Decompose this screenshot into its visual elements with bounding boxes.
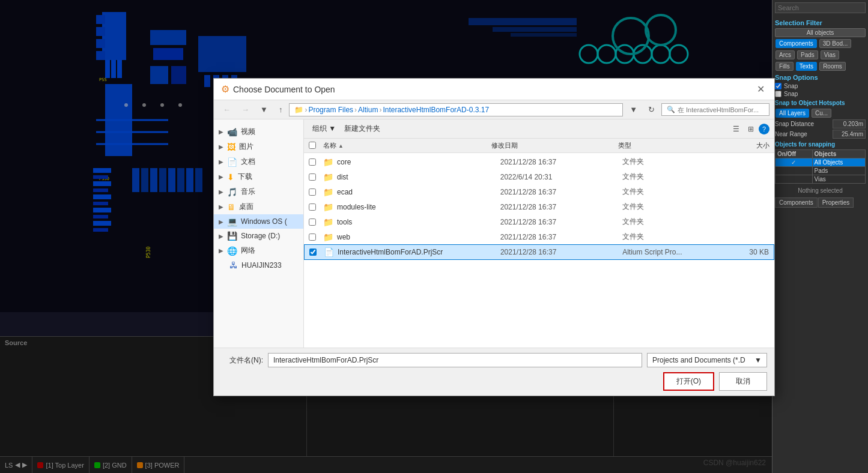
vias-btn[interactable]: Vias — [821, 50, 839, 59]
folder-item-web[interactable]: 📁 web 2021/12/28 16:37 文件夹 — [304, 229, 774, 244]
nav-storage[interactable]: ▶ 💾 Storage (D:) — [214, 229, 303, 243]
pads-snap-label: Pads — [812, 167, 865, 175]
filename-input[interactable] — [268, 353, 642, 367]
pads-snap-row[interactable]: Pads — [775, 167, 866, 175]
expand-downloads: ▶ — [219, 173, 223, 180]
huaijin-icon: 🖧 — [229, 261, 238, 270]
web-type: 文件夹 — [622, 232, 704, 242]
texts-btn[interactable]: Texts — [796, 62, 817, 71]
web-date: 2021/12/28 16:37 — [500, 233, 623, 241]
cu-btn[interactable]: Cu... — [812, 109, 831, 118]
snap-label-1: Snap — [784, 83, 798, 89]
col-header-type[interactable]: 类型 — [618, 141, 702, 150]
nav-docs[interactable]: ▶ 📄 文档 — [214, 154, 303, 169]
nav-music[interactable]: ▶ 🎵 音乐 — [214, 184, 303, 199]
dialog-title: ⚙ Choose Document to Open — [221, 83, 335, 95]
header-checkbox[interactable] — [309, 142, 316, 149]
nav-video-label: 视频 — [241, 127, 255, 137]
tiles-view-btn[interactable]: ⊞ — [744, 123, 757, 135]
tools-checkbox[interactable] — [309, 218, 316, 226]
dist-type: 文件夹 — [622, 172, 704, 182]
folder-item-ecad[interactable]: 📁 ecad 2021/12/28 16:37 文件夹 — [304, 184, 774, 199]
refresh-button[interactable]: ↻ — [644, 103, 659, 116]
snap-checkbox-2[interactable] — [775, 91, 782, 97]
filename-label: 文件名(N): — [221, 355, 263, 366]
folder-item-modules-lite[interactable]: 📁 modules-lite 2021/12/28 16:37 文件夹 — [304, 199, 774, 214]
details-view-btn[interactable]: ☰ — [729, 123, 743, 135]
modules-lite-folder-icon: 📁 — [323, 202, 333, 212]
vias-check[interactable] — [775, 175, 813, 184]
rooms-btn[interactable]: Rooms — [819, 62, 846, 71]
prjscr-checkbox[interactable] — [309, 249, 317, 256]
snap-checkbox-1[interactable] — [775, 83, 782, 89]
storage-icon: 💾 — [227, 231, 237, 241]
help-button[interactable]: ? — [759, 124, 769, 134]
filetype-select[interactable]: Projects and Documents (*.D ▼ — [647, 353, 767, 367]
nav-huaijin-label: HUAIJIN233 — [241, 261, 282, 270]
dist-folder-icon: 📁 — [323, 172, 333, 182]
nav-huaijin[interactable]: 🖧 HUAIJIN233 — [214, 258, 303, 273]
dialog-search-input[interactable] — [678, 106, 764, 113]
nav-network-label: 网络 — [241, 246, 255, 256]
name-col-label: 名称 — [323, 141, 336, 150]
nav-network[interactable]: ▶ 🌐 网络 — [214, 243, 303, 258]
nav-downloads[interactable]: ▶ ⬇ 下载 — [214, 169, 303, 184]
all-objects-snap-row[interactable]: ✓ All Objects — [775, 158, 866, 167]
web-name: web — [337, 233, 500, 241]
name-sort-icon: ▲ — [338, 143, 344, 149]
search-input[interactable] — [775, 2, 866, 13]
folder-item-dist[interactable]: 📁 dist 2022/6/14 20:31 文件夹 — [304, 169, 774, 184]
folder-item-core[interactable]: 📁 core 2021/12/28 16:37 文件夹 — [304, 154, 774, 169]
ecad-checkbox[interactable] — [309, 188, 316, 196]
components-tab[interactable]: Components — [775, 197, 818, 208]
dialog-close-button[interactable]: ✕ — [754, 83, 767, 95]
recent-button[interactable]: ▼ — [256, 103, 272, 116]
nav-images[interactable]: ▶ 🖼 图片 — [214, 139, 303, 154]
web-checkbox[interactable] — [309, 233, 316, 241]
near-range-value: 25.4mm — [833, 130, 866, 139]
nav-desktop[interactable]: ▶ 🖥 桌面 — [214, 199, 303, 214]
organize-button[interactable]: 组织 ▼ — [309, 122, 339, 136]
objects-col-header: Objects — [812, 150, 865, 158]
pads-check[interactable] — [775, 167, 813, 175]
properties-tab[interactable]: Properties — [818, 197, 854, 208]
back-button[interactable]: ← — [219, 103, 235, 116]
breadcrumb-part-2[interactable]: Altium — [358, 106, 378, 114]
breadcrumb-part-3[interactable]: InteractiveHtmlBomForAD-0.3.17 — [383, 106, 489, 114]
near-range-row: Near Range 25.4mm — [775, 130, 866, 139]
expand-music: ▶ — [219, 188, 223, 195]
nav-windows[interactable]: ▶ 💻 Windows OS ( — [214, 214, 303, 229]
all-layers-btn[interactable]: All Layers — [775, 109, 809, 118]
tools-name: tools — [337, 218, 500, 226]
col-header-size[interactable]: 大小 — [702, 141, 769, 150]
pads-btn[interactable]: Pads — [797, 50, 818, 59]
cancel-button[interactable]: 取消 — [719, 372, 767, 391]
ecad-type: 文件夹 — [622, 187, 704, 197]
objects-for-snapping-label: Objects for snapping — [775, 141, 866, 148]
up-button[interactable]: ↑ — [275, 103, 287, 116]
dropdown-btn[interactable]: ▼ — [625, 103, 642, 116]
vias-snap-row[interactable]: Vias — [775, 175, 866, 184]
breadcrumb-part-1[interactable]: Program Files — [308, 106, 353, 114]
folder-item-tools[interactable]: 📁 tools 2021/12/28 16:37 文件夹 — [304, 214, 774, 229]
dist-checkbox[interactable] — [309, 173, 316, 181]
nav-docs-label: 文档 — [241, 157, 255, 167]
view-buttons: ☰ ⊞ ? — [729, 123, 769, 135]
forward-button[interactable]: → — [237, 103, 253, 116]
col-header-date[interactable]: 修改日期 — [491, 141, 618, 150]
all-objects-check[interactable]: ✓ — [775, 158, 813, 167]
modules-lite-checkbox[interactable] — [309, 203, 316, 211]
fills-btn[interactable]: Fills — [775, 62, 794, 71]
arcs-btn[interactable]: Arcs — [775, 50, 795, 59]
file-item-prjscr[interactable]: 📄 InteractiveHtmlBomForAD.PrjScr 2021/12… — [304, 244, 774, 260]
new-folder-button[interactable]: 新建文件夹 — [339, 122, 385, 136]
nav-video[interactable]: ▶ 📹 视频 — [214, 124, 303, 139]
breadcrumb-sep-3: › — [379, 106, 381, 114]
open-button[interactable]: 打开(O) — [663, 372, 714, 391]
components-btn[interactable]: Components — [775, 39, 817, 48]
col-header-name[interactable]: 名称 ▲ — [323, 141, 491, 150]
all-objects-btn[interactable]: All objects — [775, 28, 866, 37]
core-checkbox[interactable] — [309, 158, 316, 166]
3d-bodies-btn[interactable]: 3D Bod... — [819, 39, 852, 48]
prjscr-icon: 📄 — [324, 247, 334, 257]
